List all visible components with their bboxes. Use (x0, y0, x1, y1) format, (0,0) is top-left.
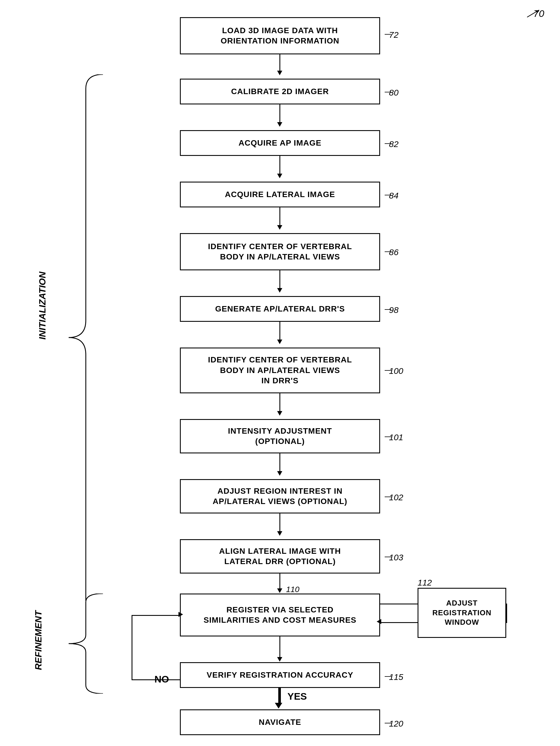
svg-marker-9 (277, 225, 282, 230)
svg-marker-21 (277, 589, 282, 593)
arrow-110-112-top (380, 604, 418, 604)
box-110: REGISTER VIA SELECTEDSIMILARITIES AND CO… (180, 594, 380, 636)
svg-marker-7 (277, 174, 282, 178)
box-72: LOAD 3D IMAGE DATA WITHORIENTATION INFOR… (180, 17, 380, 54)
box-103: ALIGN LATERAL IMAGE WITHLATERAL DRR (OPT… (180, 539, 380, 574)
box-98-label: GENERATE AP/LATERAL DRR'S (215, 304, 345, 314)
arrow-112-110-bottom (380, 622, 418, 623)
svg-marker-22 (377, 619, 381, 624)
box-84: ACQUIRE LATERAL IMAGE (180, 182, 380, 207)
arrowhead-no-loop (178, 611, 184, 617)
box-82: ACQUIRE AP IMAGE (180, 130, 380, 156)
box-98: GENERATE AP/LATERAL DRR'S (180, 296, 380, 322)
ref-84-arrow (383, 192, 392, 198)
arrow-98-100 (279, 322, 280, 340)
box-115: VERIFY REGISTRATION ACCURACY (180, 662, 380, 688)
arrowhead-84-86 (277, 225, 283, 230)
box-115-label: VERIFY REGISTRATION ACCURACY (207, 670, 354, 680)
box-82-label: ACQUIRE AP IMAGE (238, 138, 322, 148)
ref-103-arrow (383, 554, 392, 560)
arrow-100-101 (279, 393, 280, 412)
ref-82-arrow (383, 141, 392, 146)
arrowhead-103-110 (277, 588, 283, 594)
arrowhead-110-115 (277, 657, 283, 662)
arrow-80-82 (279, 105, 280, 123)
arrowhead-86-98 (277, 287, 283, 293)
box-110-label: REGISTER VIA SELECTEDSIMILARITIES AND CO… (204, 605, 357, 626)
svg-marker-23 (277, 657, 282, 662)
box-120: NAVIGATE (180, 709, 380, 735)
arrow-82-84 (279, 156, 280, 174)
box-100-label: IDENTIFY CENTER OF VERTEBRALBODY IN AP/L… (208, 355, 352, 386)
box-86-label: IDENTIFY CENTER OF VERTEBRALBODY IN AP/L… (208, 241, 352, 262)
box-102-label: ADJUST REGION INTEREST INAP/LATERAL VIEW… (213, 486, 348, 507)
refinement-brace (57, 594, 109, 694)
arrowhead-102-103 (277, 530, 283, 536)
no-loop-v (131, 615, 132, 680)
svg-marker-26 (275, 703, 282, 709)
arrow-101-102 (279, 453, 280, 472)
arrowhead-80-82 (277, 121, 283, 127)
box-112: ADJUSTREGISTRATIONWINDOW (418, 588, 506, 638)
box-100: IDENTIFY CENTER OF VERTEBRALBODY IN AP/L… (180, 348, 380, 393)
box-84-label: ACQUIRE LATERAL IMAGE (225, 189, 335, 200)
yes-arrow (278, 688, 281, 704)
svg-marker-3 (277, 70, 282, 75)
svg-marker-19 (277, 531, 282, 536)
ref-101-arrow (383, 434, 392, 440)
svg-marker-24 (178, 612, 183, 617)
diagram: 70 LOAD 3D IMAGE DATA WITHORIENTATION IN… (0, 0, 560, 746)
ref-98-arrow (383, 307, 392, 312)
ref-72-arrow (383, 31, 392, 37)
ref-115-arrow (383, 673, 392, 679)
arrow-to-70 (519, 6, 544, 20)
arrow-72-80 (279, 54, 280, 71)
no-loop-h (131, 679, 180, 680)
box-101: INTENSITY ADJUSTMENT(OPTIONAL) (180, 419, 380, 453)
box-72-label: LOAD 3D IMAGE DATA WITHORIENTATION INFOR… (221, 25, 340, 46)
connector-112-vertical (506, 604, 507, 623)
box-80: CALIBRATE 2D IMAGER (180, 79, 380, 105)
ref-112: 112 (418, 578, 432, 587)
box-101-label: INTENSITY ADJUSTMENT(OPTIONAL) (228, 426, 332, 447)
ref-80-arrow (383, 89, 392, 95)
arrow-102-103 (279, 513, 280, 532)
arrowhead-82-84 (277, 173, 283, 179)
arrowhead-98-100 (277, 339, 283, 345)
arrow-103-110 (279, 574, 280, 589)
ref-110-label: 110 (286, 585, 299, 594)
ref-86-arrow (383, 249, 392, 255)
no-loop-h2 (131, 615, 180, 616)
svg-marker-13 (277, 340, 282, 344)
box-102: ADJUST REGION INTEREST INAP/LATERAL VIEW… (180, 479, 380, 513)
svg-marker-11 (277, 288, 282, 293)
ref-102-arrow (383, 494, 392, 500)
arrowhead-101-102 (277, 470, 283, 476)
box-103-label: ALIGN LATERAL IMAGE WITHLATERAL DRR (OPT… (219, 546, 341, 567)
svg-marker-1 (536, 10, 539, 13)
yes-label: YES (288, 691, 307, 702)
ref-120-arrow (383, 720, 392, 726)
arrow-110-115 (279, 636, 280, 658)
box-80-label: CALIBRATE 2D IMAGER (231, 86, 329, 97)
arrowhead-112-110 (376, 619, 382, 625)
box-86: IDENTIFY CENTER OF VERTEBRALBODY IN AP/L… (180, 233, 380, 270)
box-120-label: NAVIGATE (259, 717, 301, 727)
yes-arrowhead (274, 702, 283, 709)
svg-marker-15 (277, 411, 282, 415)
svg-marker-17 (277, 471, 282, 476)
initialization-label: INITIALIZATION (37, 272, 48, 340)
arrow-84-86 (279, 207, 280, 226)
refinement-label: REFINEMENT (33, 611, 44, 670)
arrowhead-100-101 (277, 410, 283, 416)
arrow-86-98 (279, 270, 280, 289)
arrowhead-72-80 (277, 70, 283, 76)
box-112-label: ADJUSTREGISTRATIONWINDOW (433, 598, 492, 627)
ref-100-arrow (383, 368, 392, 373)
svg-marker-5 (277, 122, 282, 127)
initialization-brace (57, 75, 109, 601)
